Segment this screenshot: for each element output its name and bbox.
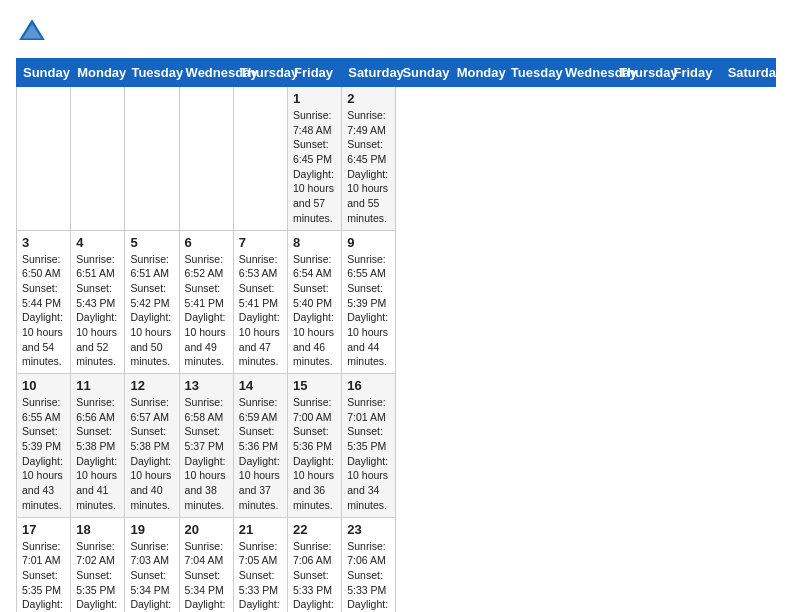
calendar-cell: 20Sunrise: 7:04 AM Sunset: 5:34 PM Dayli… [179, 517, 233, 612]
weekday-header-tuesday: Tuesday [504, 59, 558, 87]
day-info: Sunrise: 6:55 AM Sunset: 5:39 PM Dayligh… [22, 395, 65, 513]
calendar-table: SundayMondayTuesdayWednesdayThursdayFrid… [16, 58, 776, 612]
day-number: 10 [22, 378, 65, 393]
weekday-header-sunday: Sunday [396, 59, 450, 87]
calendar-cell [233, 87, 287, 231]
calendar-week-row: 3Sunrise: 6:50 AM Sunset: 5:44 PM Daylig… [17, 230, 776, 374]
calendar-cell: 4Sunrise: 6:51 AM Sunset: 5:43 PM Daylig… [71, 230, 125, 374]
weekday-header-saturday: Saturday [721, 59, 775, 87]
day-number: 11 [76, 378, 119, 393]
calendar-cell [17, 87, 71, 231]
calendar-cell: 8Sunrise: 6:54 AM Sunset: 5:40 PM Daylig… [288, 230, 342, 374]
calendar-cell: 6Sunrise: 6:52 AM Sunset: 5:41 PM Daylig… [179, 230, 233, 374]
day-number: 19 [130, 522, 173, 537]
calendar-cell: 10Sunrise: 6:55 AM Sunset: 5:39 PM Dayli… [17, 374, 71, 518]
weekday-header-monday: Monday [450, 59, 504, 87]
calendar-cell: 1Sunrise: 7:48 AM Sunset: 6:45 PM Daylig… [288, 87, 342, 231]
day-info: Sunrise: 7:01 AM Sunset: 5:35 PM Dayligh… [22, 539, 65, 613]
day-number: 3 [22, 235, 65, 250]
day-info: Sunrise: 7:01 AM Sunset: 5:35 PM Dayligh… [347, 395, 390, 513]
day-info: Sunrise: 7:48 AM Sunset: 6:45 PM Dayligh… [293, 108, 336, 226]
day-info: Sunrise: 6:52 AM Sunset: 5:41 PM Dayligh… [185, 252, 228, 370]
calendar-header-row: SundayMondayTuesdayWednesdayThursdayFrid… [17, 59, 776, 87]
calendar-cell: 12Sunrise: 6:57 AM Sunset: 5:38 PM Dayli… [125, 374, 179, 518]
day-number: 4 [76, 235, 119, 250]
page-header [16, 16, 776, 48]
day-info: Sunrise: 6:51 AM Sunset: 5:42 PM Dayligh… [130, 252, 173, 370]
header-friday: Friday [288, 59, 342, 87]
calendar-cell: 21Sunrise: 7:05 AM Sunset: 5:33 PM Dayli… [233, 517, 287, 612]
header-thursday: Thursday [233, 59, 287, 87]
day-number: 7 [239, 235, 282, 250]
day-number: 23 [347, 522, 390, 537]
day-info: Sunrise: 6:58 AM Sunset: 5:37 PM Dayligh… [185, 395, 228, 513]
day-info: Sunrise: 6:53 AM Sunset: 5:41 PM Dayligh… [239, 252, 282, 370]
day-info: Sunrise: 6:54 AM Sunset: 5:40 PM Dayligh… [293, 252, 336, 370]
day-number: 12 [130, 378, 173, 393]
logo [16, 16, 52, 48]
day-number: 1 [293, 91, 336, 106]
day-info: Sunrise: 6:59 AM Sunset: 5:36 PM Dayligh… [239, 395, 282, 513]
day-number: 13 [185, 378, 228, 393]
logo-icon [16, 16, 48, 48]
day-number: 20 [185, 522, 228, 537]
calendar-cell: 14Sunrise: 6:59 AM Sunset: 5:36 PM Dayli… [233, 374, 287, 518]
calendar-cell: 18Sunrise: 7:02 AM Sunset: 5:35 PM Dayli… [71, 517, 125, 612]
day-number: 9 [347, 235, 390, 250]
calendar-cell [71, 87, 125, 231]
day-info: Sunrise: 7:06 AM Sunset: 5:33 PM Dayligh… [347, 539, 390, 613]
day-number: 8 [293, 235, 336, 250]
calendar-week-row: 1Sunrise: 7:48 AM Sunset: 6:45 PM Daylig… [17, 87, 776, 231]
calendar-cell: 5Sunrise: 6:51 AM Sunset: 5:42 PM Daylig… [125, 230, 179, 374]
day-info: Sunrise: 7:06 AM Sunset: 5:33 PM Dayligh… [293, 539, 336, 613]
calendar-cell: 17Sunrise: 7:01 AM Sunset: 5:35 PM Dayli… [17, 517, 71, 612]
day-info: Sunrise: 7:03 AM Sunset: 5:34 PM Dayligh… [130, 539, 173, 613]
calendar-cell: 22Sunrise: 7:06 AM Sunset: 5:33 PM Dayli… [288, 517, 342, 612]
day-info: Sunrise: 7:00 AM Sunset: 5:36 PM Dayligh… [293, 395, 336, 513]
day-number: 6 [185, 235, 228, 250]
day-number: 17 [22, 522, 65, 537]
weekday-header-friday: Friday [667, 59, 721, 87]
day-number: 22 [293, 522, 336, 537]
calendar-cell: 15Sunrise: 7:00 AM Sunset: 5:36 PM Dayli… [288, 374, 342, 518]
calendar-cell [179, 87, 233, 231]
header-monday: Monday [71, 59, 125, 87]
day-number: 14 [239, 378, 282, 393]
calendar-cell: 11Sunrise: 6:56 AM Sunset: 5:38 PM Dayli… [71, 374, 125, 518]
header-tuesday: Tuesday [125, 59, 179, 87]
day-info: Sunrise: 7:49 AM Sunset: 6:45 PM Dayligh… [347, 108, 390, 226]
day-number: 15 [293, 378, 336, 393]
calendar-week-row: 10Sunrise: 6:55 AM Sunset: 5:39 PM Dayli… [17, 374, 776, 518]
day-info: Sunrise: 6:51 AM Sunset: 5:43 PM Dayligh… [76, 252, 119, 370]
header-sunday: Sunday [17, 59, 71, 87]
day-info: Sunrise: 7:02 AM Sunset: 5:35 PM Dayligh… [76, 539, 119, 613]
calendar-cell: 2Sunrise: 7:49 AM Sunset: 6:45 PM Daylig… [342, 87, 396, 231]
day-info: Sunrise: 6:56 AM Sunset: 5:38 PM Dayligh… [76, 395, 119, 513]
calendar-week-row: 17Sunrise: 7:01 AM Sunset: 5:35 PM Dayli… [17, 517, 776, 612]
calendar-cell: 7Sunrise: 6:53 AM Sunset: 5:41 PM Daylig… [233, 230, 287, 374]
weekday-header-wednesday: Wednesday [559, 59, 613, 87]
day-info: Sunrise: 7:05 AM Sunset: 5:33 PM Dayligh… [239, 539, 282, 613]
weekday-header-thursday: Thursday [613, 59, 667, 87]
calendar-cell: 13Sunrise: 6:58 AM Sunset: 5:37 PM Dayli… [179, 374, 233, 518]
day-info: Sunrise: 6:55 AM Sunset: 5:39 PM Dayligh… [347, 252, 390, 370]
calendar-cell: 19Sunrise: 7:03 AM Sunset: 5:34 PM Dayli… [125, 517, 179, 612]
day-number: 16 [347, 378, 390, 393]
day-number: 5 [130, 235, 173, 250]
day-number: 21 [239, 522, 282, 537]
calendar-cell [125, 87, 179, 231]
header-wednesday: Wednesday [179, 59, 233, 87]
day-info: Sunrise: 7:04 AM Sunset: 5:34 PM Dayligh… [185, 539, 228, 613]
day-info: Sunrise: 6:57 AM Sunset: 5:38 PM Dayligh… [130, 395, 173, 513]
day-number: 2 [347, 91, 390, 106]
calendar-cell: 9Sunrise: 6:55 AM Sunset: 5:39 PM Daylig… [342, 230, 396, 374]
calendar-cell: 23Sunrise: 7:06 AM Sunset: 5:33 PM Dayli… [342, 517, 396, 612]
day-number: 18 [76, 522, 119, 537]
day-info: Sunrise: 6:50 AM Sunset: 5:44 PM Dayligh… [22, 252, 65, 370]
header-saturday: Saturday [342, 59, 396, 87]
calendar-cell: 16Sunrise: 7:01 AM Sunset: 5:35 PM Dayli… [342, 374, 396, 518]
calendar-cell: 3Sunrise: 6:50 AM Sunset: 5:44 PM Daylig… [17, 230, 71, 374]
